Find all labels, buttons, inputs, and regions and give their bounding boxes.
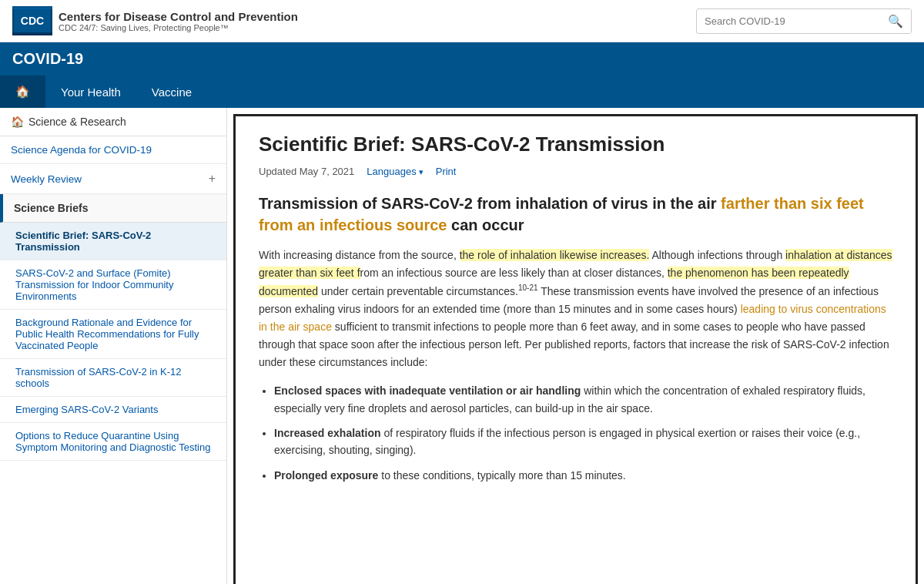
sidebar-subitem-surface-fomite[interactable]: SARS-CoV-2 and Surface (Fomite) Transmis…: [0, 260, 226, 310]
sidebar: 🏠 Science & Research Science Agenda for …: [0, 108, 227, 584]
cdc-org-info: Centers for Disease Control and Preventi…: [59, 10, 298, 32]
article-updated: Updated May 7, 2021: [259, 166, 354, 177]
heading-normal: Transmission of SARS-CoV-2 from inhalati…: [259, 195, 721, 212]
svg-rect-4: [12, 32, 52, 35]
article-content: Scientific Brief: SARS-CoV-2 Transmissio…: [233, 114, 918, 584]
sidebar-item-weekly-review[interactable]: Weekly Review +: [0, 164, 226, 194]
bullet-bold-3: Prolonged exposure: [274, 469, 378, 482]
search-button[interactable]: 🔍: [880, 9, 911, 33]
org-name: Centers for Disease Control and Preventi…: [59, 10, 298, 23]
subitem-label: Emerging SARS-CoV-2 Variants: [15, 404, 158, 415]
body-highlight1: the role of inhalation likewise increase…: [460, 249, 650, 261]
search-box[interactable]: 🔍: [696, 8, 912, 34]
cdc-logo: CDC Centers for Disease Control and Prev…: [12, 6, 298, 35]
subitem-label: Scientific Brief: SARS-CoV-2 Transmissio…: [15, 230, 151, 253]
list-item: Enclosed spaces with inadequate ventilat…: [274, 382, 892, 417]
page-header: CDC Centers for Disease Control and Prev…: [0, 0, 924, 42]
bullet-bold-1: Enclosed spaces with inadequate ventilat…: [274, 384, 581, 397]
nav-your-health[interactable]: Your Health: [45, 76, 136, 108]
sidebar-subitem-quarantine-options[interactable]: Options to Reduce Quarantine Using Sympt…: [0, 423, 226, 461]
subitem-label: SARS-CoV-2 and Surface (Fomite) Transmis…: [15, 267, 173, 302]
subitem-label: Transmission of SARS-CoV-2 in K-12 schoo…: [15, 366, 182, 389]
languages-dropdown[interactable]: Languages: [367, 166, 423, 177]
sidebar-item-label: Weekly Review: [11, 173, 82, 185]
sidebar-subitem-k12[interactable]: Transmission of SARS-CoV-2 in K-12 schoo…: [0, 359, 226, 397]
svg-text:CDC: CDC: [21, 15, 44, 27]
body-text4: sufficient to transmit infections to peo…: [259, 321, 889, 368]
sidebar-subitem-background-rationale[interactable]: Background Rationale and Evidence for Pu…: [0, 310, 226, 359]
article-meta: Updated May 7, 2021 Languages Print: [259, 166, 892, 177]
article-body-paragraph: With increasing distance from the source…: [259, 247, 892, 371]
article-title: Scientific Brief: SARS-CoV-2 Transmissio…: [259, 132, 892, 158]
org-sub: CDC 24/7: Saving Lives, Protecting Peopl…: [59, 23, 298, 32]
body-text1b: rom an infectious source are less likely…: [360, 267, 668, 279]
home-icon: 🏠: [15, 85, 30, 99]
covid-nav-bar: COVID-19: [0, 42, 924, 76]
covid-nav-title: COVID-19: [0, 42, 95, 76]
your-health-label: Your Health: [61, 86, 121, 99]
heading-end: can occur: [447, 216, 524, 233]
covid-nav-items: 🏠 Your Health Vaccine: [0, 76, 924, 108]
sidebar-item-science-agenda[interactable]: Science Agenda for COVID-19: [0, 136, 226, 164]
expand-icon: +: [209, 172, 216, 186]
body-text2: under certain preventable circumstances.: [318, 285, 518, 297]
body-text1: Although infections through: [649, 249, 785, 261]
sidebar-item-label: Science Agenda for COVID-19: [11, 144, 152, 156]
sidebar-section-label: Science & Research: [28, 116, 126, 128]
logo-area: CDC Centers for Disease Control and Prev…: [12, 6, 298, 35]
list-item: Prolonged exposure to these conditions, …: [274, 467, 892, 484]
search-input[interactable]: [697, 11, 880, 32]
bullet-list: Enclosed spaces with inadequate ventilat…: [274, 382, 892, 484]
sidebar-subitem-emerging-variants[interactable]: Emerging SARS-CoV-2 Variants: [0, 397, 226, 423]
article-heading: Transmission of SARS-CoV-2 from inhalati…: [259, 193, 892, 236]
list-item: Increased exhalation of respiratory flui…: [274, 425, 892, 459]
svg-rect-3: [12, 6, 52, 9]
cdc-logo-icon: CDC: [12, 6, 52, 35]
subitem-label: Options to Reduce Quarantine Using Sympt…: [15, 430, 210, 453]
sidebar-group-science-briefs[interactable]: Science Briefs: [0, 194, 226, 223]
superscript-ref: 10-21: [518, 284, 538, 292]
vaccine-label: Vaccine: [152, 86, 192, 99]
sidebar-section-header[interactable]: 🏠 Science & Research: [0, 108, 226, 136]
subitem-label: Background Rationale and Evidence for Pu…: [15, 317, 199, 351]
bullet-bold-2: Increased exhalation: [274, 427, 381, 439]
bullet-text-3: to these conditions, typically more than…: [381, 469, 626, 482]
sidebar-subitem-sars-transmission[interactable]: Scientific Brief: SARS-CoV-2 Transmissio…: [0, 223, 226, 260]
sidebar-home-icon: 🏠: [11, 116, 24, 128]
science-briefs-label: Science Briefs: [14, 202, 89, 214]
main-layout: 🏠 Science & Research Science Agenda for …: [0, 108, 924, 584]
body-intro: With increasing distance from the source…: [259, 249, 460, 261]
nav-vaccine[interactable]: Vaccine: [136, 76, 207, 108]
print-link[interactable]: Print: [436, 166, 457, 177]
nav-home[interactable]: 🏠: [0, 76, 45, 108]
